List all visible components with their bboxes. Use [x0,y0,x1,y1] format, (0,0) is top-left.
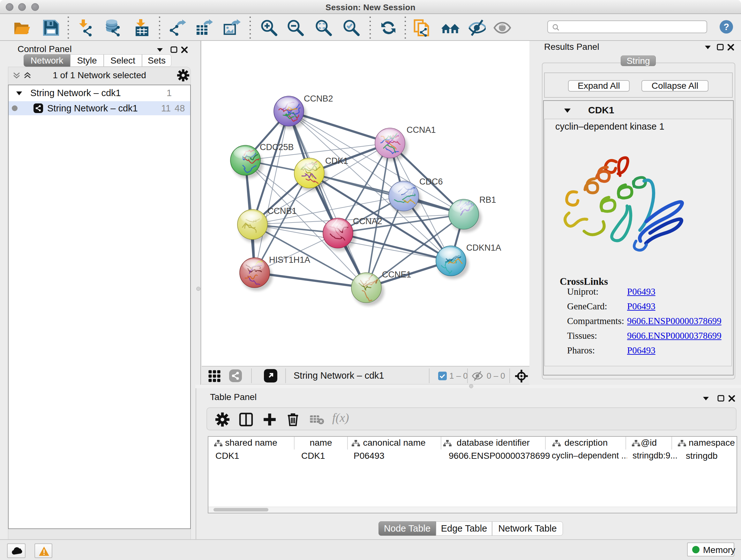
svg-text:RB1: RB1 [479,195,496,205]
svg-text:CDC6: CDC6 [419,177,443,186]
svg-text:CDC25B: CDC25B [260,142,294,152]
svg-text:CCNB1: CCNB1 [267,206,297,216]
svg-text:CCNE1: CCNE1 [382,270,411,279]
svg-text:CDKN1A: CDKN1A [466,243,501,253]
svg-text:HIST1H1A: HIST1H1A [269,255,310,265]
svg-text:CCNB2: CCNB2 [304,94,333,104]
svg-text:CCNA1: CCNA1 [407,125,436,135]
svg-text:CCNA2: CCNA2 [353,216,382,226]
svg-text:CDK1: CDK1 [325,156,348,166]
